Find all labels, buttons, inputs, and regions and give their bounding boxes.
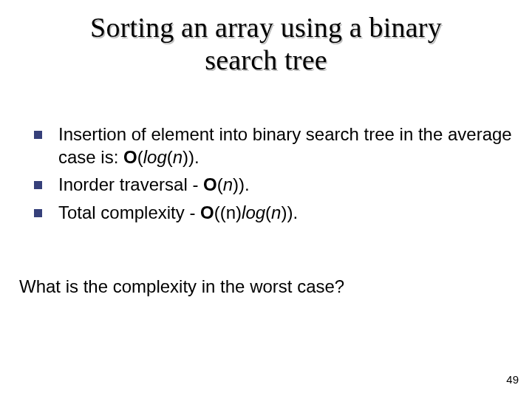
square-bullet-icon <box>34 209 42 217</box>
bullet-text-1: Insertion of element into binary search … <box>58 123 525 168</box>
list-item: Insertion of element into binary search … <box>34 123 525 168</box>
question-text: What is the complexity in the worst case… <box>19 275 517 299</box>
bullet-text-2: Inorder traversal - O(n)). <box>58 173 525 196</box>
list-item: Total complexity - O((n)log(n)). <box>34 201 525 224</box>
slide-title: Sorting an array using a binary search t… <box>0 0 532 76</box>
square-bullet-icon <box>34 181 42 189</box>
title-line-1: Sorting an array using a binary <box>90 12 442 43</box>
bullet-text-3: Total complexity - O((n)log(n)). <box>58 201 525 224</box>
title-line-2: search tree <box>205 44 327 75</box>
slide: Sorting an array using a binary search t… <box>0 0 532 399</box>
bullet-list: Insertion of element into binary search … <box>34 123 525 224</box>
square-bullet-icon <box>34 131 42 139</box>
list-item: Inorder traversal - O(n)). <box>34 173 525 196</box>
slide-body: Insertion of element into binary search … <box>34 123 525 228</box>
page-number: 49 <box>506 373 519 386</box>
